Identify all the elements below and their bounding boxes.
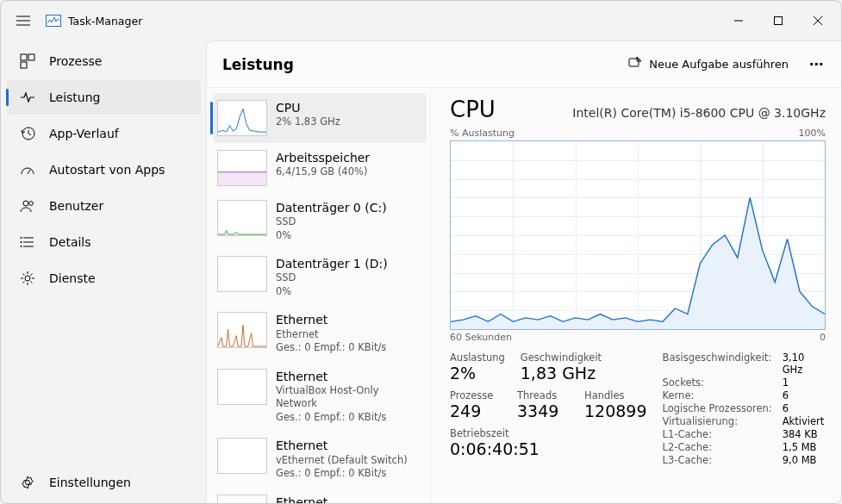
gauge-icon	[20, 162, 35, 177]
stat-label: Prozesse	[450, 389, 502, 401]
stat-label: Handles	[584, 389, 647, 401]
stat-value: 2%	[450, 364, 505, 383]
resource-ethernet-1[interactable]: Ethernet VirtualBox Host-Only Network Ge…	[214, 362, 427, 432]
stat-value: 9,0 MB	[783, 454, 826, 466]
resource-ethernet-2[interactable]: Ethernet vEthernet (Default Switch) Ges.…	[214, 431, 427, 487]
stat-label: Auslastung	[450, 352, 505, 364]
stat-value: 384 KB	[783, 428, 826, 440]
grid-icon	[20, 53, 35, 69]
stat-value: 120899	[584, 401, 647, 420]
stat-key: L3-Cache:	[663, 454, 772, 466]
net-thumb	[217, 438, 267, 474]
resource-title: Datenträger 0 (C:)	[276, 200, 387, 215]
resource-memory[interactable]: Arbeitsspeicher 6,4/15,9 GB (40%)	[214, 143, 427, 193]
axis-y-max: 100%	[799, 128, 826, 139]
stat-value: 1,5 MB	[783, 441, 826, 453]
svg-point-6	[23, 201, 28, 206]
close-button[interactable]	[798, 7, 838, 34]
resource-sub: SSD	[276, 215, 387, 229]
nav-label: Details	[49, 235, 91, 249]
nav-details[interactable]: Details	[6, 225, 201, 259]
new-task-button[interactable]: Neue Aufgabe ausführen	[620, 51, 797, 78]
nav-services[interactable]: Dienste	[6, 261, 201, 296]
axis-y-label: % Auslastung	[450, 128, 515, 139]
pulse-icon	[20, 90, 35, 105]
resource-sub: 2% 1,83 GHz	[276, 115, 340, 129]
cpu-thumb	[217, 100, 267, 136]
resource-disk-1[interactable]: Datenträger 1 (D:) SSD 0%	[214, 249, 427, 305]
svg-rect-3	[28, 54, 34, 60]
resource-disk-0[interactable]: Datenträger 0 (C:) SSD 0%	[214, 193, 427, 249]
cpu-chart	[450, 140, 826, 330]
stat-label: Threads	[517, 389, 569, 401]
stat-value: 249	[450, 401, 502, 420]
resource-title: Ethernet	[276, 369, 420, 384]
detail-subtitle: Intel(R) Core(TM) i5-8600 CPU @ 3.10GHz	[572, 106, 826, 120]
content-panel: Leistung Neue Aufgabe ausführen ⋯ CPU 2%…	[206, 40, 841, 504]
stat-value: 3,10 GHz	[783, 352, 826, 376]
sidebar: Prozesse Leistung App-Verlauf Autostart …	[1, 40, 206, 504]
resource-sub2: Ges.: 0 Empf.: 0 KBit/s	[276, 411, 420, 425]
stat-value: Aktiviert	[783, 415, 826, 427]
list-icon	[20, 234, 35, 250]
nav-settings[interactable]: Einstellungen	[6, 465, 201, 500]
svg-point-7	[29, 202, 34, 206]
titlebar: Task-Manager	[1, 1, 841, 40]
resource-sub: 6,4/15,9 GB (40%)	[276, 165, 370, 179]
svg-rect-14	[218, 172, 266, 185]
disk-thumb	[217, 256, 267, 292]
app-title: Task-Manager	[68, 15, 142, 28]
stat-value: 1	[783, 376, 826, 389]
stat-key: Virtualisierung:	[663, 415, 772, 427]
settings-icon	[20, 475, 35, 490]
resource-title: Ethernet	[276, 312, 386, 327]
users-icon	[20, 198, 35, 214]
new-task-label: Neue Aufgabe ausführen	[649, 58, 789, 71]
svg-point-10	[21, 246, 22, 247]
svg-rect-2	[21, 54, 27, 60]
hamburger-menu-button[interactable]	[4, 3, 42, 38]
uptime-label: Betriebszeit	[450, 427, 647, 439]
stat-label: Geschwindigkeit	[521, 352, 602, 364]
memory-thumb	[217, 150, 267, 186]
stat-key: Kerne:	[663, 389, 772, 401]
app-icon	[46, 13, 61, 28]
resource-list[interactable]: CPU 2% 1,83 GHz Arbeitsspeicher 6,4/15,9…	[207, 88, 431, 504]
stat-key: Logische Prozessoren:	[663, 402, 772, 414]
uptime-value: 0:06:40:51	[450, 439, 647, 458]
resource-sub2: Ges.: 0 Empf.: 0 KBit/s	[276, 341, 386, 355]
resource-ethernet-3[interactable]: Ethernet	[214, 488, 427, 504]
nav-label: Einstellungen	[49, 476, 131, 489]
resource-title: CPU	[276, 100, 340, 115]
resource-sub: SSD	[276, 271, 388, 285]
resource-sub: vEthernet (Default Switch)	[276, 454, 408, 468]
net-thumb	[217, 495, 267, 504]
resource-sub2: Ges.: 0 Empf.: 0 KBit/s	[276, 467, 408, 481]
run-icon	[628, 56, 642, 72]
resource-sub: Ethernet	[276, 328, 386, 342]
minimize-button[interactable]	[719, 7, 758, 34]
stat-key: Basisgeschwindigkeit:	[663, 352, 772, 376]
gear-icon	[20, 271, 35, 286]
history-icon	[20, 126, 35, 141]
nav-label: Leistung	[49, 90, 100, 104]
nav-label: Autostart von Apps	[49, 163, 165, 177]
nav-app-history[interactable]: App-Verlauf	[6, 116, 201, 151]
stats-right: Basisgeschwindigkeit:3,10 GHzSockets:1Ke…	[663, 352, 826, 466]
more-button[interactable]: ⋯	[802, 51, 831, 78]
nav-label: Dienste	[49, 271, 96, 285]
stat-value: 1,83 GHz	[521, 364, 602, 383]
resource-sub2: 0%	[276, 285, 388, 299]
nav-label: Benutzer	[49, 199, 103, 213]
resource-ethernet-0[interactable]: Ethernet Ethernet Ges.: 0 Empf.: 0 KBit/…	[214, 305, 427, 361]
nav-performance[interactable]: Leistung	[6, 80, 201, 115]
nav-users[interactable]: Benutzer	[6, 189, 201, 223]
nav-startup[interactable]: Autostart von Apps	[6, 152, 201, 187]
resource-cpu[interactable]: CPU 2% 1,83 GHz	[214, 93, 427, 143]
axis-x-right: 0	[820, 332, 826, 343]
stat-value: 6	[783, 402, 826, 414]
nav-processes[interactable]: Prozesse	[6, 44, 201, 78]
detail-title: CPU	[450, 96, 496, 122]
maximize-button[interactable]	[758, 7, 798, 34]
stat-key: Sockets:	[663, 376, 772, 389]
